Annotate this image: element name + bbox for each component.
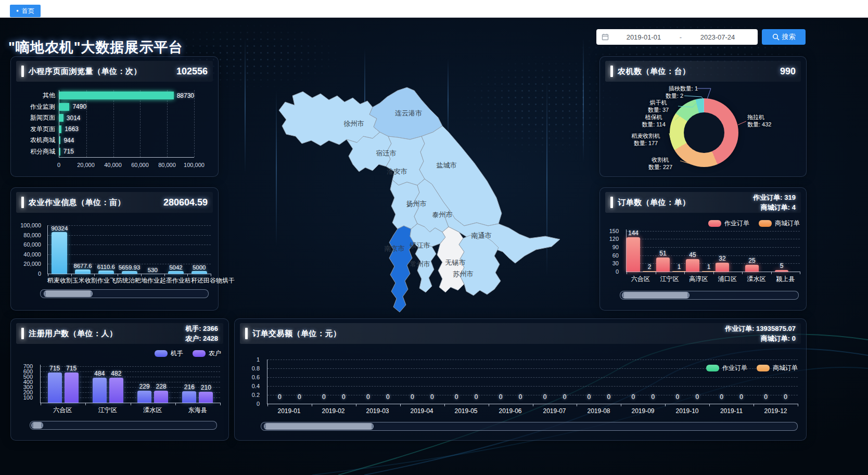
bar-value: 144 [628,229,639,237]
bar-group: 530 [145,225,160,274]
bar-slot: 5000 [187,225,211,274]
axis-tick [798,404,798,406]
stat-line: 商城订单: 0 [725,333,796,344]
legend: 作业订单商城订单 [708,219,800,228]
bar-value: 5042 [169,264,183,271]
bar-group: 8677.6 [73,225,92,274]
bar [775,270,788,272]
bar-slot: 00 [356,360,400,404]
legend-item[interactable]: 农户 [193,349,221,358]
map-label-wuxi: 无锡市 [445,259,466,266]
panel-header: 订单数（单位：单） 作业订单: 319 商城订单: 4 [605,192,801,213]
bar-slot: 5659.93 [118,225,141,274]
y-tick-label: 0.6 [252,374,260,380]
legend-item[interactable]: 机手 [155,349,183,358]
category-label: 发单页面 [15,125,55,134]
bar-value: 32 [719,255,725,262]
data-zoom-slider[interactable] [30,421,217,430]
map-region-huaian[interactable] [386,136,425,185]
legend-item[interactable]: 作业订单 [706,364,747,373]
legend-item[interactable]: 商城订单 [759,219,800,228]
x-tick-label: 高淳区 [684,275,713,283]
bar-slot: 216210 [175,365,220,403]
y-tick-label: 1 [257,356,260,363]
category-label: 作业监测 [15,102,55,111]
axis-tick [656,272,656,274]
map-region-nanjing[interactable] [389,226,414,312]
bar-group: 0 [320,360,327,404]
x-tick-label: 颍上县 [771,275,800,283]
axis-tick [267,404,268,406]
bar-row: 作业监测7490 [59,102,194,111]
x-tick-label: 2019-03 [355,407,400,416]
bar-group: 5659.93 [119,225,141,274]
bar-value: 88730 [177,92,194,99]
y-tick-label: 120 [609,236,619,242]
axis-tick [175,403,176,405]
bar [59,92,174,99]
jiangsu-province-map[interactable]: 徐州市 连云港市 宿迁市 淮安市 盐城市 扬州市 泰州市 南通市 南京市 镇江市… [271,82,572,316]
bar-group: 0 [630,360,637,404]
panel-stats: 作业订单: 319 商城订单: 4 [753,192,796,213]
legend-label: 农户 [209,349,221,358]
date-start-value[interactable]: 2019-01-01 [609,33,679,41]
axis-tick [713,272,714,274]
bar-group: 482 [109,365,123,403]
bar-value: 0 [764,393,768,401]
bar-group: 2 [643,229,656,272]
bar [48,373,62,403]
tab-home[interactable]: ● 首页 [10,5,41,17]
axis-tick [444,404,445,406]
panel-total-value: 102556 [176,66,208,77]
bar [643,271,656,272]
y-tick-label: 40,000 [23,251,41,258]
stat-line: 作业订单: 319 [753,192,796,203]
legend-swatch [706,365,719,371]
bar-value: 45 [689,251,696,259]
y-tick-label: 150 [609,228,619,234]
bar-value: 0 [499,393,503,401]
bar-slot: 00 [577,360,621,404]
data-zoom-slider[interactable] [40,289,209,298]
panel-title: 注册用户数（单位：人） [29,329,118,339]
x-tick-label: 东海县 [175,406,221,414]
bar-row: 新闻页面3014 [59,114,194,122]
pie-label: 稻麦收割机 数量: 177 [622,133,670,147]
bar-value: 0 [386,393,390,401]
axis-tick [709,404,710,406]
bar-group: 0 [296,360,303,404]
bar-group: 210 [199,365,213,403]
bar-value: 0 [720,393,723,401]
x-tick-label: 2019-01 [267,407,311,416]
data-zoom-thumb[interactable] [264,423,374,430]
bar [137,391,151,403]
data-zoom-thumb[interactable] [622,292,690,299]
y-tick-label: 20,000 [23,261,41,267]
x-tick-label: 60,000 [131,162,149,168]
legend-item[interactable]: 作业订单 [708,219,749,228]
map-label-changzhou: 常州市 [410,260,430,268]
legend-item[interactable]: 商城订单 [757,364,798,373]
bar [59,125,61,133]
legend-label: 作业订单 [722,364,747,373]
bar-group: 0 [561,360,568,404]
plot-area: 715715484482229228216210 [40,365,220,403]
bar-value: 229 [139,383,150,390]
x-tick-label: 100,000 [184,162,205,168]
date-separator: - [679,33,683,41]
data-zoom-slider[interactable] [261,422,798,431]
x-tick-label: 2019-10 [665,407,709,416]
axis-tick [665,404,666,406]
pie-label: 植保机 数量: 114 [633,114,674,129]
map-region-changzhou[interactable] [415,245,436,292]
search-button[interactable]: 搜索 [762,29,806,45]
bar-slot: 1442 [627,229,656,272]
date-range-picker[interactable]: 2019-01-01 - 2023-07-24 [596,29,758,45]
bar-slot: 00 [267,360,312,404]
bar-value: 0 [475,393,478,401]
data-zoom-thumb[interactable] [31,422,43,429]
data-zoom-slider[interactable] [620,291,799,300]
date-end-value[interactable]: 2023-07-24 [683,33,752,41]
y-tick-label: 0.4 [252,383,260,389]
data-zoom-thumb[interactable] [44,290,92,297]
